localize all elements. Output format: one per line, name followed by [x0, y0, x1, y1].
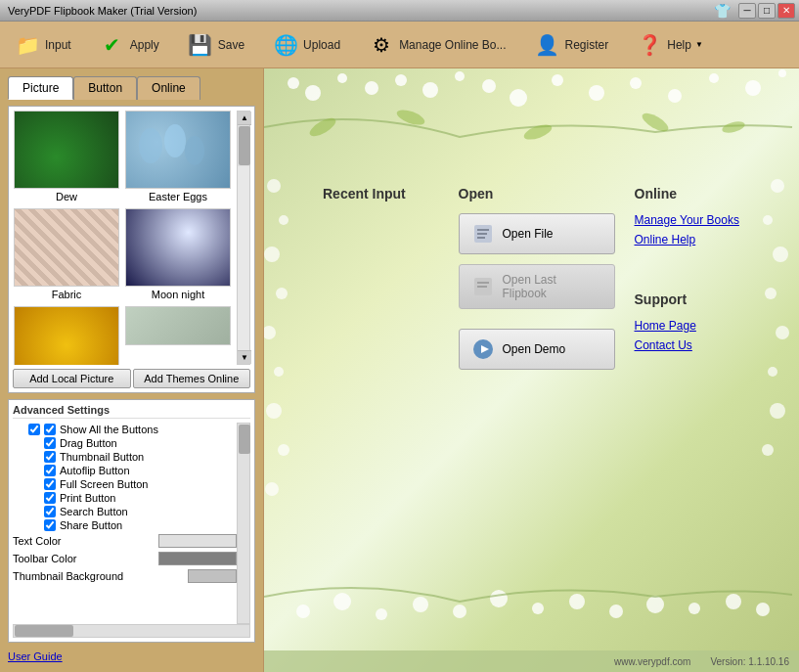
scrollbar-up-button[interactable]: ▲	[238, 112, 251, 125]
contact-us-link[interactable]: Contact Us	[635, 338, 751, 352]
help-button[interactable]: ❓ Help ▼	[630, 29, 709, 61]
open-demo-button[interactable]: Open Demo	[459, 329, 615, 370]
input-button[interactable]: 📁 Input	[8, 29, 77, 61]
open-file-svg	[471, 222, 495, 246]
autoflip-button-input[interactable]	[44, 465, 56, 476]
advanced-scrollbar[interactable]	[237, 423, 250, 624]
shirt-icon: 👕	[714, 3, 731, 19]
picture-panel: Dew Easter Eggs	[8, 106, 255, 393]
picture-label-dew: Dew	[56, 189, 77, 204]
open-file-button[interactable]: Open File	[459, 213, 615, 254]
share-button-checkbox[interactable]: Share Button	[13, 518, 237, 532]
open-last-svg	[471, 275, 495, 298]
svg-point-53	[721, 119, 746, 135]
thumbnail-button-input[interactable]	[44, 451, 56, 463]
svg-point-25	[266, 403, 282, 419]
drag-button-checkbox[interactable]: Drag Button	[13, 436, 237, 450]
apply-button[interactable]: ✔ Apply	[93, 29, 165, 61]
svg-point-50	[395, 107, 426, 128]
easter-eggs-decoration	[126, 112, 204, 170]
svg-point-0	[139, 128, 162, 163]
fullscreen-button-input[interactable]	[44, 478, 56, 490]
drag-button-input[interactable]	[44, 437, 56, 449]
close-button[interactable]: ✕	[777, 3, 795, 19]
home-page-link[interactable]: Home Page	[635, 319, 751, 333]
picture-item-easter[interactable]: Easter Eggs	[124, 111, 232, 204]
picture-item-partial[interactable]	[124, 306, 232, 365]
svg-point-1	[164, 124, 186, 157]
svg-point-24	[274, 367, 284, 377]
minimize-button[interactable]: ─	[738, 3, 756, 19]
fullscreen-button-checkbox[interactable]: Full Screen Button	[13, 477, 237, 491]
tab-online[interactable]: Online	[137, 76, 200, 100]
manage-online-button[interactable]: ⚙ Manage Online Bo...	[362, 29, 511, 61]
thumbnail-bg-swatch[interactable]	[188, 569, 237, 583]
register-button[interactable]: 👤 Register	[528, 29, 615, 61]
upload-button[interactable]: 🌐 Upload	[266, 29, 346, 61]
advanced-hscrollbar[interactable]	[13, 624, 250, 638]
user-guide-link[interactable]: User Guide	[8, 649, 255, 664]
partial-image	[126, 307, 230, 344]
moon-image	[126, 209, 230, 286]
autoflip-button-checkbox[interactable]: Autoflip Button	[13, 464, 237, 477]
maximize-button[interactable]: □	[758, 3, 776, 19]
svg-point-15	[668, 89, 682, 103]
open-file-icon	[471, 222, 495, 246]
thumbnail-button-checkbox[interactable]: Thumbnail Button	[13, 450, 237, 464]
picture-label-easter: Easter Eggs	[149, 189, 207, 204]
add-themes-online-button[interactable]: Add Themes Online	[133, 369, 251, 388]
thumbnail-bg-label: Thumbnail Background	[13, 570, 123, 582]
manage-your-books-link[interactable]: Manage Your Books	[635, 213, 751, 227]
show-all-buttons-sub-input[interactable]	[44, 424, 56, 435]
print-button-input[interactable]	[44, 492, 56, 504]
show-all-buttons-checkbox[interactable]: Show All the Buttons	[13, 423, 237, 436]
scrollbar-track	[238, 166, 249, 350]
save-button[interactable]: 💾 Save	[181, 29, 250, 61]
advanced-settings-title: Advanced Settings	[13, 404, 250, 419]
recent-input-col: Recent Input	[313, 176, 449, 604]
svg-point-27	[265, 482, 279, 496]
picture-scrollbar[interactable]: ▲ ▼	[237, 111, 250, 365]
help-icon: ❓	[636, 31, 663, 59]
toolbar-color-label: Toolbar Color	[13, 553, 76, 564]
add-local-picture-button[interactable]: Add Local Picture	[13, 369, 131, 388]
svg-rect-55	[477, 229, 489, 231]
picture-label-fabric: Fabric	[52, 287, 82, 302]
toolbar: 📁 Input ✔ Apply 💾 Save 🌐 Upload ⚙ Manage…	[0, 22, 799, 68]
picture-item-dew[interactable]: Dew	[13, 111, 120, 204]
tab-button[interactable]: Button	[73, 76, 137, 100]
titlebar-title: VeryPDF Flipbook Maker (Trial Version)	[4, 5, 197, 17]
picture-item-fabric[interactable]: Fabric	[13, 208, 120, 302]
open-last-flipbook-button[interactable]: Open Last Flipbook	[459, 264, 615, 309]
search-button-label: Search Button	[60, 506, 128, 517]
print-button-label: Print Button	[60, 492, 115, 504]
scrollbar-down-button[interactable]: ▼	[238, 350, 251, 364]
svg-rect-56	[477, 233, 487, 235]
search-button-input[interactable]	[44, 506, 56, 517]
open-demo-icon	[471, 337, 495, 361]
svg-rect-59	[477, 282, 489, 284]
picture-item-sunflower[interactable]	[13, 306, 120, 365]
tab-picture[interactable]: Picture	[8, 76, 73, 100]
advanced-hscrollbar-thumb[interactable]	[15, 625, 73, 637]
website-label: www.verypdf.com	[614, 656, 690, 667]
svg-point-10	[482, 79, 496, 93]
show-all-buttons-input[interactable]	[28, 424, 40, 435]
picture-thumb-moon	[125, 208, 231, 287]
toolbar-color-row: Toolbar Color	[13, 550, 237, 567]
svg-point-7	[395, 74, 407, 86]
picture-label-moon: Moon night	[152, 287, 204, 302]
share-button-input[interactable]	[44, 519, 56, 531]
scrollbar-thumb[interactable]	[239, 126, 250, 165]
toolbar-color-swatch[interactable]	[158, 552, 237, 565]
thumbnail-bg-row: Thumbnail Background	[13, 567, 237, 585]
picture-thumb-sunflower	[14, 306, 119, 365]
search-button-checkbox[interactable]: Search Button	[13, 505, 237, 518]
picture-item-moon[interactable]: Moon night	[124, 208, 232, 302]
advanced-scrollbar-thumb[interactable]	[239, 425, 250, 454]
text-color-swatch[interactable]	[158, 534, 237, 548]
open-title: Open	[459, 186, 615, 202]
online-help-link[interactable]: Online Help	[635, 233, 751, 246]
svg-point-13	[589, 85, 604, 101]
print-button-checkbox[interactable]: Print Button	[13, 491, 237, 505]
